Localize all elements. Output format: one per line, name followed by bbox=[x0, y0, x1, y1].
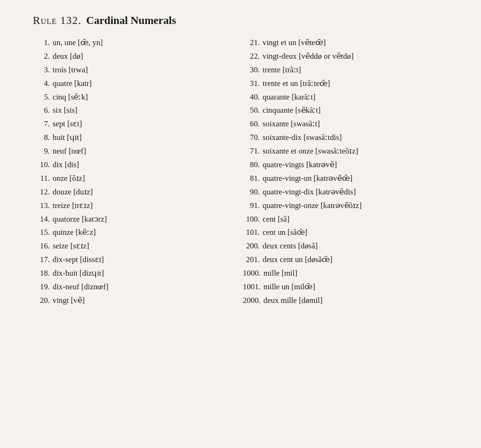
list-item: 81.quatre-vingt-un [katrəvẽœ̃] bbox=[243, 172, 453, 185]
entry-number: 40. bbox=[243, 91, 263, 104]
list-item: 200.deux cents [døsã] bbox=[243, 239, 453, 253]
entry-number: 100. bbox=[243, 213, 263, 226]
entry-number: 81. bbox=[243, 172, 263, 185]
entry-text: dix-sept [dissɛt] bbox=[53, 253, 104, 267]
entry-text: quatre-vingt-onze [katrəvẽõɪz] bbox=[263, 199, 362, 213]
entry-number: 15. bbox=[33, 226, 53, 239]
list-item: 6.six [sis] bbox=[33, 104, 243, 117]
list-item: 3.trois [trwa] bbox=[33, 63, 243, 77]
entry-text: quarante [karãːt] bbox=[263, 91, 316, 104]
list-item: 1000.mille [mil] bbox=[243, 267, 453, 280]
list-item: 12.douze [duɪz] bbox=[33, 185, 243, 199]
entry-text: quatre [katr] bbox=[53, 77, 92, 91]
entry-number: 201. bbox=[243, 253, 263, 267]
entry-text: quatre-vingt-un [katrəvẽœ̃] bbox=[263, 172, 352, 185]
entry-number: 16. bbox=[33, 239, 53, 253]
entry-text: deux cents [døsã] bbox=[263, 239, 318, 253]
list-item: 2000.deux mille [dømil] bbox=[243, 294, 453, 308]
entry-number: 91. bbox=[243, 199, 263, 213]
entry-text: trente et un [trãːteœ̃] bbox=[263, 77, 330, 91]
entry-number: 1001. bbox=[243, 280, 264, 294]
entry-number: 19. bbox=[33, 280, 53, 294]
list-item: 100.cent [sã] bbox=[243, 213, 453, 226]
list-item: 11.onze [õɪz] bbox=[33, 172, 243, 185]
entry-number: 60. bbox=[243, 117, 263, 131]
list-item: 101.cent un [sãœ̃] bbox=[243, 226, 453, 239]
entry-text: sept [sɛt] bbox=[53, 117, 82, 131]
entry-number: 18. bbox=[33, 267, 53, 280]
entry-text: mille un [milœ̃] bbox=[264, 280, 315, 294]
entry-text: onze [õɪz] bbox=[53, 172, 85, 185]
entry-number: 2000. bbox=[243, 294, 264, 308]
entry-number: 1. bbox=[33, 36, 53, 50]
list-item: 1.un, une [œ̃, yn] bbox=[33, 36, 243, 50]
entry-number: 31. bbox=[243, 77, 263, 91]
entry-text: deux cent un [døsãœ̃] bbox=[263, 253, 333, 267]
entry-number: 30. bbox=[243, 63, 263, 77]
entry-text: treize [trɛɪz] bbox=[53, 199, 93, 213]
entry-number: 10. bbox=[33, 158, 53, 172]
entry-number: 5. bbox=[33, 91, 53, 104]
entry-number: 1000. bbox=[243, 267, 264, 280]
entry-number: 80. bbox=[243, 158, 263, 172]
entry-text: huit [ɥit] bbox=[53, 131, 82, 145]
list-item: 71.soixante et onze [swasãːteõɪz] bbox=[243, 145, 453, 158]
entry-number: 71. bbox=[243, 145, 263, 158]
entry-number: 90. bbox=[243, 185, 263, 199]
list-item: 201.deux cent un [døsãœ̃] bbox=[243, 253, 453, 267]
list-item: 19.dix-neuf [diznœf] bbox=[33, 280, 243, 294]
entry-text: cent [sã] bbox=[263, 213, 289, 226]
right-column: 21.vingt et un [vẽteœ̃]22.vingt-deux [vẽ… bbox=[243, 36, 453, 308]
left-column: 1.un, une [œ̃, yn]2.deux [dø]3.trois [tr… bbox=[33, 36, 243, 308]
entry-number: 14. bbox=[33, 213, 53, 226]
entry-text: mille [mil] bbox=[264, 267, 297, 280]
entry-text: dix [dis] bbox=[53, 158, 79, 172]
entry-number: 13. bbox=[33, 199, 53, 213]
entry-text: cent un [sãœ̃] bbox=[263, 226, 307, 239]
entry-number: 11. bbox=[33, 172, 53, 185]
list-item: 14.quatorze [katɔrz] bbox=[33, 213, 243, 226]
list-item: 20.vingt [vẽ] bbox=[33, 294, 243, 308]
list-item: 90.quatre-vingt-dix [katrəvẽdis] bbox=[243, 185, 453, 199]
entry-number: 200. bbox=[243, 239, 263, 253]
entry-text: dix-huit [dizɥit] bbox=[53, 267, 104, 280]
entry-text: deux mille [dømil] bbox=[264, 294, 323, 308]
list-item: 8.huit [ɥit] bbox=[33, 131, 243, 145]
list-item: 70.soixante-dix [swasãːtdis] bbox=[243, 131, 453, 145]
entry-number: 3. bbox=[33, 63, 53, 77]
entry-text: trois [trwa] bbox=[53, 63, 88, 77]
entry-number: 12. bbox=[33, 185, 53, 199]
page-header: Rule 132. Cardinal Numerals bbox=[28, 14, 453, 27]
entry-text: soixante-dix [swasãːtdis] bbox=[263, 131, 342, 145]
entry-text: quinze [kẽːz] bbox=[53, 226, 96, 239]
list-item: 18.dix-huit [dizɥit] bbox=[33, 267, 243, 280]
entry-number: 7. bbox=[33, 117, 53, 131]
list-item: 31.trente et un [trãːteœ̃] bbox=[243, 77, 453, 91]
entry-number: 50. bbox=[243, 104, 263, 117]
columns-container: 1.un, une [œ̃, yn]2.deux [dø]3.trois [tr… bbox=[28, 36, 453, 308]
entry-text: trente [trãːt] bbox=[263, 63, 301, 77]
entry-text: soixante [swasãːt] bbox=[263, 117, 320, 131]
list-item: 80.quatre-vingts [katrəvẽ] bbox=[243, 158, 453, 172]
list-item: 2.deux [dø] bbox=[33, 50, 243, 63]
entry-text: seize [sɛɪz] bbox=[53, 239, 89, 253]
entry-text: quatre-vingt-dix [katrəvẽdis] bbox=[263, 185, 356, 199]
entry-text: vingt-deux [vẽddø or vẽtdø] bbox=[263, 50, 354, 63]
list-item: 1001.mille un [milœ̃] bbox=[243, 280, 453, 294]
entry-text: quatorze [katɔrz] bbox=[53, 213, 107, 226]
entry-number: 8. bbox=[33, 131, 53, 145]
entry-text: vingt [vẽ] bbox=[53, 294, 85, 308]
list-item: 22.vingt-deux [vẽddø or vẽtdø] bbox=[243, 50, 453, 63]
entry-text: neuf [nœf] bbox=[53, 145, 86, 158]
entry-number: 4. bbox=[33, 77, 53, 91]
list-item: 17.dix-sept [dissɛt] bbox=[33, 253, 243, 267]
list-item: 21.vingt et un [vẽteœ̃] bbox=[243, 36, 453, 50]
list-item: 7.sept [sɛt] bbox=[33, 117, 243, 131]
entry-text: douze [duɪz] bbox=[53, 185, 93, 199]
entry-text: vingt et un [vẽteœ̃] bbox=[263, 36, 326, 50]
entry-text: un, une [œ̃, yn] bbox=[53, 36, 103, 50]
entry-number: 70. bbox=[243, 131, 263, 145]
list-item: 15.quinze [kẽːz] bbox=[33, 226, 243, 239]
entry-number: 20. bbox=[33, 294, 53, 308]
list-item: 60.soixante [swasãːt] bbox=[243, 117, 453, 131]
